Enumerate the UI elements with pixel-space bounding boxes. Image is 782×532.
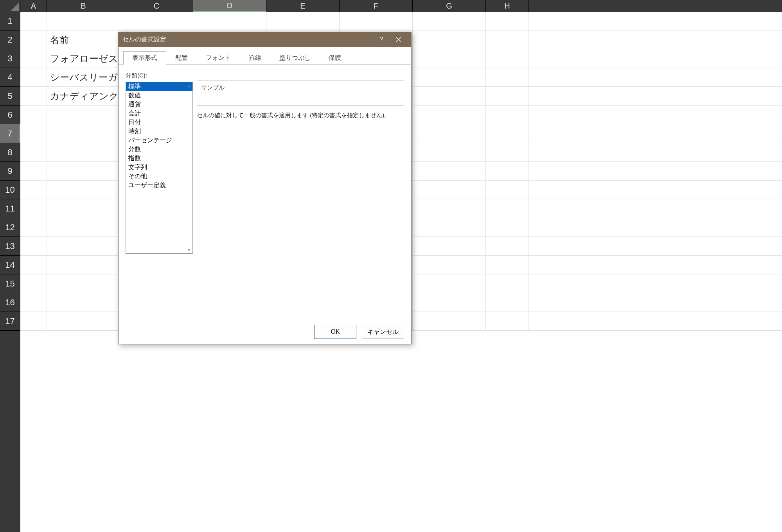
cell-A12[interactable] bbox=[20, 218, 47, 237]
category-listbox[interactable]: ▴ 標準数値通貨会計日付時刻パーセンテージ分数指数文字列その他ユーザー定義 ▾ bbox=[126, 82, 193, 254]
cell-B14[interactable] bbox=[47, 256, 120, 274]
cell-H3[interactable] bbox=[486, 49, 529, 68]
tab-3[interactable]: 罫線 bbox=[240, 51, 270, 65]
cell-H14[interactable] bbox=[486, 256, 529, 274]
cell-B2[interactable]: 名前 bbox=[47, 30, 120, 49]
cell-G13[interactable] bbox=[413, 237, 486, 256]
cell-A3[interactable] bbox=[20, 49, 47, 68]
cell-B1[interactable] bbox=[47, 12, 120, 30]
cell-A5[interactable] bbox=[20, 87, 47, 106]
cell-G4[interactable] bbox=[413, 68, 486, 87]
cell-B9[interactable] bbox=[47, 162, 120, 181]
scroll-down-icon[interactable]: ▾ bbox=[185, 246, 192, 253]
cell-H8[interactable] bbox=[486, 143, 529, 162]
cell-G6[interactable] bbox=[413, 106, 486, 124]
cell-H7[interactable] bbox=[486, 124, 529, 143]
cell-A1[interactable] bbox=[20, 12, 47, 30]
row-header-7[interactable]: 7 bbox=[0, 124, 20, 143]
cell-B17[interactable] bbox=[47, 312, 120, 331]
cell-H12[interactable] bbox=[486, 218, 529, 237]
cell-A17[interactable] bbox=[20, 312, 47, 331]
cell-E1[interactable] bbox=[266, 12, 340, 30]
cell-B4[interactable]: シーバスリーガル bbox=[47, 68, 120, 87]
category-option[interactable]: 日付 bbox=[126, 118, 192, 127]
cell-H17[interactable] bbox=[486, 312, 529, 331]
row-header-16[interactable]: 16 bbox=[0, 293, 20, 312]
row-header-9[interactable]: 9 bbox=[0, 162, 20, 181]
col-header-C[interactable]: C bbox=[120, 0, 193, 12]
cell-B11[interactable] bbox=[47, 199, 120, 218]
cell-G3[interactable] bbox=[413, 49, 486, 68]
cell-H4[interactable] bbox=[486, 68, 529, 87]
cell-G5[interactable] bbox=[413, 87, 486, 106]
category-option[interactable]: 通貨 bbox=[126, 100, 192, 109]
tab-0[interactable]: 表示形式 bbox=[123, 51, 166, 65]
dialog-titlebar[interactable]: セルの書式設定 ? bbox=[119, 32, 411, 47]
cell-A4[interactable] bbox=[20, 68, 47, 87]
cell-A9[interactable] bbox=[20, 162, 47, 181]
cell-G15[interactable] bbox=[413, 274, 486, 293]
cell-G2[interactable] bbox=[413, 30, 486, 49]
cell-H1[interactable] bbox=[486, 12, 529, 30]
category-option[interactable]: ユーザー定義 bbox=[126, 181, 192, 190]
cell-A10[interactable] bbox=[20, 181, 47, 199]
cell-G9[interactable] bbox=[413, 162, 486, 181]
row-header-4[interactable]: 4 bbox=[0, 68, 20, 87]
row-header-17[interactable]: 17 bbox=[0, 312, 20, 331]
row-header-11[interactable]: 11 bbox=[0, 199, 20, 218]
cell-A2[interactable] bbox=[20, 30, 47, 49]
cell-A16[interactable] bbox=[20, 293, 47, 312]
cell-G10[interactable] bbox=[413, 181, 486, 199]
col-header-E[interactable]: E bbox=[266, 0, 340, 12]
cancel-button[interactable]: キャンセル bbox=[362, 325, 404, 339]
col-header-F[interactable]: F bbox=[340, 0, 413, 12]
cell-A15[interactable] bbox=[20, 274, 47, 293]
col-header-H[interactable]: H bbox=[486, 0, 529, 12]
cell-H10[interactable] bbox=[486, 181, 529, 199]
cell-G8[interactable] bbox=[413, 143, 486, 162]
category-option[interactable]: その他 bbox=[126, 172, 192, 181]
close-button[interactable] bbox=[390, 32, 407, 47]
cell-H11[interactable] bbox=[486, 199, 529, 218]
category-option[interactable]: 分数 bbox=[126, 145, 192, 154]
cell-G17[interactable] bbox=[413, 312, 486, 331]
row-header-13[interactable]: 13 bbox=[0, 237, 20, 256]
tab-4[interactable]: 塗りつぶし bbox=[270, 51, 320, 65]
cell-A6[interactable] bbox=[20, 106, 47, 124]
cell-B15[interactable] bbox=[47, 274, 120, 293]
cell-G11[interactable] bbox=[413, 199, 486, 218]
row-header-15[interactable]: 15 bbox=[0, 274, 20, 293]
cell-B5[interactable]: カナディアンクラブ bbox=[47, 87, 120, 106]
cell-A8[interactable] bbox=[20, 143, 47, 162]
cell-A14[interactable] bbox=[20, 256, 47, 274]
category-option[interactable]: 会計 bbox=[126, 109, 192, 118]
scroll-up-icon[interactable]: ▴ bbox=[185, 82, 192, 89]
cell-G12[interactable] bbox=[413, 218, 486, 237]
row-header-6[interactable]: 6 bbox=[0, 106, 20, 124]
cell-H5[interactable] bbox=[486, 87, 529, 106]
tab-1[interactable]: 配置 bbox=[166, 51, 197, 65]
cell-B8[interactable] bbox=[47, 143, 120, 162]
cell-G16[interactable] bbox=[413, 293, 486, 312]
row-header-14[interactable]: 14 bbox=[0, 256, 20, 274]
cell-H16[interactable] bbox=[486, 293, 529, 312]
help-button[interactable]: ? bbox=[373, 32, 390, 47]
category-option[interactable]: 時刻 bbox=[126, 127, 192, 136]
cell-A11[interactable] bbox=[20, 199, 47, 218]
row-header-8[interactable]: 8 bbox=[0, 143, 20, 162]
col-header-A[interactable]: A bbox=[20, 0, 47, 12]
row-header-10[interactable]: 10 bbox=[0, 181, 20, 199]
ok-button[interactable]: OK bbox=[314, 325, 356, 339]
tab-5[interactable]: 保護 bbox=[320, 51, 350, 65]
row-header-1[interactable]: 1 bbox=[0, 12, 20, 30]
cell-B7[interactable] bbox=[47, 124, 120, 143]
cell-B6[interactable] bbox=[47, 106, 120, 124]
cell-C1[interactable] bbox=[120, 12, 193, 30]
select-all-corner[interactable] bbox=[0, 0, 20, 12]
cell-B12[interactable] bbox=[47, 218, 120, 237]
cell-B13[interactable] bbox=[47, 237, 120, 256]
cell-G7[interactable] bbox=[413, 124, 486, 143]
col-header-G[interactable]: G bbox=[413, 0, 486, 12]
cell-H15[interactable] bbox=[486, 274, 529, 293]
cell-D1[interactable] bbox=[193, 12, 266, 30]
